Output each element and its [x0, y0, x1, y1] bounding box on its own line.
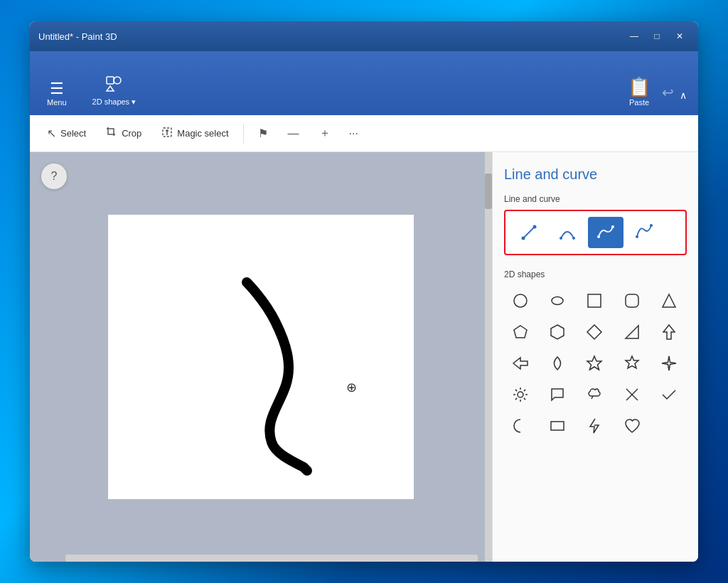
- select-tool[interactable]: ↖ Select: [38, 122, 95, 144]
- menu-label: Menu: [47, 98, 67, 107]
- shapes-icon: [105, 75, 123, 96]
- svg-rect-0: [107, 77, 114, 84]
- maximize-button[interactable]: □: [647, 28, 667, 44]
- svg-marker-20: [587, 325, 601, 339]
- magic-select-tool[interactable]: Magic select: [153, 122, 237, 145]
- polyline-tool-button[interactable]: [626, 217, 662, 248]
- select-icon: ↖: [47, 127, 56, 140]
- magic-select-icon: [161, 127, 173, 141]
- curve-tool-button[interactable]: [550, 217, 585, 248]
- shapes-section-label: 2D shapes: [504, 269, 687, 279]
- scrollbar-horizontal[interactable]: [65, 555, 478, 562]
- svg-line-34: [524, 398, 525, 400]
- leaf-shape[interactable]: [541, 349, 574, 378]
- right-triangle-shape[interactable]: [616, 318, 648, 346]
- minimize-button[interactable]: —: [624, 28, 644, 44]
- speech-bubble-shape[interactable]: [541, 380, 574, 409]
- rounded-rect-shape[interactable]: [616, 287, 648, 315]
- flag-icon: ⚑: [258, 127, 268, 140]
- more-options[interactable]: ···: [342, 123, 365, 144]
- canvas-svg: [108, 215, 414, 499]
- svg-line-36: [524, 390, 525, 391]
- crop-icon: [106, 127, 117, 141]
- circle-shape[interactable]: [504, 287, 537, 315]
- curve-icon: [557, 223, 577, 242]
- star4-shape[interactable]: [653, 349, 685, 378]
- close-button[interactable]: ✕: [670, 28, 690, 44]
- toolbar-separator: [243, 124, 244, 144]
- svg-point-10: [611, 225, 614, 228]
- minus-tool[interactable]: —: [279, 123, 308, 144]
- menu-button[interactable]: ☰ Menu: [41, 78, 73, 109]
- crescent-shape[interactable]: [504, 412, 537, 440]
- window-controls: — □ ✕: [624, 28, 690, 44]
- svg-line-6: [523, 227, 535, 238]
- hexagon-shape[interactable]: [541, 318, 574, 346]
- svg-line-33: [515, 390, 517, 391]
- svg-marker-25: [626, 356, 638, 368]
- rectangle-shape[interactable]: [578, 287, 611, 315]
- paint-3d-window: Untitled* - Paint 3D — □ ✕ ☰ Menu 2D sha…: [30, 21, 698, 562]
- line-icon: [519, 223, 539, 242]
- canvas-area[interactable]: ? ⊕: [30, 152, 492, 562]
- lightning-shape[interactable]: [578, 412, 611, 440]
- heart-shape[interactable]: [616, 412, 648, 440]
- cursor-indicator: ⊕: [346, 381, 357, 394]
- svg-point-9: [597, 235, 600, 238]
- svg-point-13: [514, 294, 527, 307]
- rect-outline-shape[interactable]: [541, 412, 574, 440]
- triangle-shape[interactable]: [653, 287, 685, 315]
- help-button[interactable]: ?: [41, 164, 67, 189]
- cloud-bubble-shape[interactable]: [578, 380, 611, 409]
- svg-marker-27: [662, 356, 676, 370]
- cross-shape[interactable]: [616, 380, 648, 409]
- scrollbar-thumb[interactable]: [485, 173, 492, 209]
- panel-title: Line and curve: [504, 166, 687, 183]
- paste-button[interactable]: 📋 Paste: [622, 73, 656, 109]
- plus-icon: ＋: [319, 126, 331, 141]
- ribbon-right: 📋 Paste ↩ ∧: [622, 73, 687, 109]
- pentagon-shape[interactable]: [504, 318, 537, 346]
- 2d-shapes-button[interactable]: 2D shapes ▾: [87, 72, 142, 109]
- left-arrow-shape[interactable]: [504, 349, 537, 378]
- line-tool-button[interactable]: [511, 217, 547, 248]
- svg-marker-17: [663, 294, 675, 307]
- crop-tool[interactable]: Crop: [97, 122, 150, 145]
- star6-shape[interactable]: [616, 349, 648, 378]
- shapes-label: 2D shapes ▾: [92, 97, 136, 107]
- scrollbar-vertical[interactable]: [485, 152, 492, 562]
- flag-tool[interactable]: ⚑: [250, 122, 277, 144]
- titlebar: Untitled* - Paint 3D — □ ✕: [30, 21, 698, 51]
- svg-rect-15: [588, 294, 601, 307]
- star5-shape[interactable]: [578, 349, 611, 378]
- freehand-tool-button[interactable]: [588, 217, 623, 248]
- right-panel: Line and curve Line and curve: [492, 152, 698, 562]
- up-arrow-shape[interactable]: [653, 318, 685, 346]
- svg-marker-24: [587, 356, 601, 370]
- diamond-shape[interactable]: [578, 318, 611, 346]
- window-title: Untitled* - Paint 3D: [38, 31, 117, 42]
- svg-point-1: [114, 77, 121, 84]
- toolbar: ↖ Select Crop Magic select ⚑: [30, 115, 698, 152]
- check-shape[interactable]: [653, 380, 685, 409]
- svg-marker-19: [551, 325, 564, 339]
- ribbon: ☰ Menu 2D shapes ▾ 📋 Paste ↩ ∧: [30, 51, 698, 115]
- menu-icon: ☰: [50, 81, 64, 97]
- shapes-grid: [504, 287, 687, 440]
- svg-rect-39: [551, 422, 564, 430]
- main-area: ? ⊕ Line and curve Line and curve: [30, 152, 698, 562]
- svg-point-28: [518, 392, 523, 397]
- line-section-label: Line and curve: [504, 194, 687, 204]
- svg-marker-2: [107, 86, 114, 91]
- undo-button: ↩: [662, 84, 674, 109]
- svg-rect-16: [626, 294, 638, 307]
- oval-shape[interactable]: [541, 287, 574, 315]
- sun-shape[interactable]: [504, 380, 537, 409]
- minus-icon: —: [288, 127, 299, 140]
- ribbon-collapse-button[interactable]: ∧: [680, 90, 687, 109]
- paste-icon: 📋: [628, 76, 651, 98]
- svg-marker-21: [626, 326, 638, 338]
- svg-point-14: [552, 297, 563, 305]
- drawing-canvas[interactable]: ⊕: [108, 215, 414, 499]
- plus-tool[interactable]: ＋: [311, 122, 339, 145]
